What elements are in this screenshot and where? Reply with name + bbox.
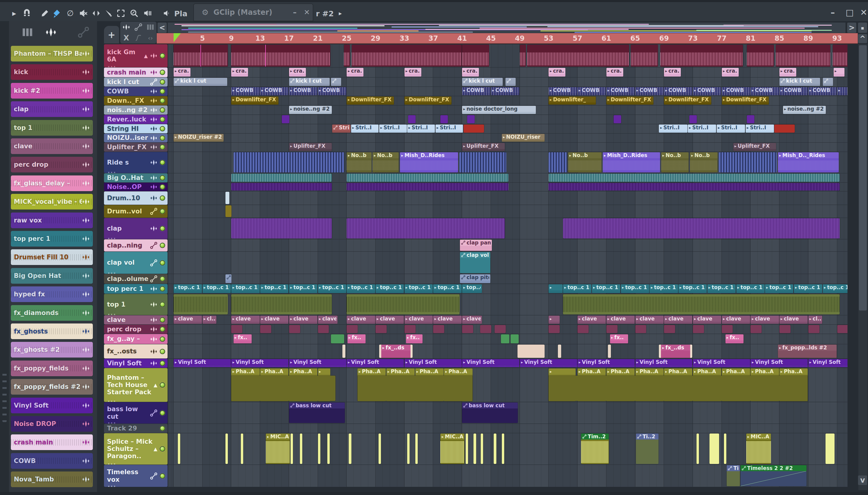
track-enable-led[interactable] <box>160 53 165 58</box>
track-enable-led[interactable] <box>160 160 165 165</box>
track-enable-led[interactable] <box>160 349 165 354</box>
picker-item[interactable]: Drumset Fill 10 <box>11 249 93 265</box>
playlist-clip[interactable]: clap pitch <box>460 274 490 283</box>
playlist-clip[interactable]: ▸fx.. <box>610 334 628 343</box>
track-header[interactable]: Drum..vol <box>104 205 168 218</box>
playlist-clip[interactable]: ▸Vinyl Soft <box>174 359 231 367</box>
gclip-window-titlebar[interactable]: ⚙ GClip (Master) – ✕ <box>194 4 313 21</box>
zoom-fit-button[interactable]: ▪ <box>858 22 867 33</box>
playlist-clip[interactable] <box>225 192 229 204</box>
zoom-tool-icon[interactable] <box>129 8 139 18</box>
track-header[interactable]: kick l cut <box>104 78 168 86</box>
playlist-clip[interactable]: ▸top..c 1 <box>318 284 346 293</box>
playlist-clip[interactable] <box>225 205 231 217</box>
playlist-clip[interactable]: Tim..2 <box>581 433 609 464</box>
track-enable-led[interactable] <box>160 126 165 132</box>
playlist-clip[interactable]: ▸Uplifter_FX <box>733 143 776 151</box>
track-header[interactable]: Uplifter_FX <box>104 142 168 152</box>
playlist-clip[interactable]: ▸cl.. <box>203 315 216 324</box>
track-header[interactable]: Splice – Mick Schultz – Paragon..▲... <box>104 433 168 464</box>
playlist-clip[interactable]: ▸clave <box>664 315 692 324</box>
playlist-clip[interactable] <box>231 325 242 333</box>
playlist-clip[interactable] <box>549 376 808 401</box>
picker-item[interactable]: perc drop <box>11 157 93 172</box>
picker-item[interactable]: hyped fx <box>11 286 93 302</box>
window-maximize-button[interactable]: □ <box>846 7 853 17</box>
track-enable-led[interactable] <box>160 195 165 201</box>
playlist-clip[interactable]: ▸Stri..I <box>746 124 774 133</box>
playlist-clip[interactable] <box>233 152 344 172</box>
playlist-clip[interactable]: ▸Downlifter_FX <box>404 97 451 105</box>
playlist-clip[interactable] <box>577 325 589 333</box>
playlist-clip[interactable] <box>808 325 819 333</box>
playlist-clip[interactable]: ▸COWB <box>577 87 606 95</box>
track-lane[interactable]: Ti..Timeless 2 2 #2 <box>168 465 848 487</box>
playlist-clip[interactable]: ▸COWB <box>693 87 721 95</box>
slip-tool-icon[interactable]: ∅ <box>65 8 75 18</box>
playlist-clip[interactable] <box>201 45 201 67</box>
playlist-clip[interactable]: ▸noise..ng #2 <box>783 106 826 114</box>
playlist-clip[interactable] <box>494 325 506 333</box>
playlist-clip[interactable] <box>440 115 448 123</box>
playlist-clip[interactable] <box>318 433 320 464</box>
track-lane[interactable]: bass low cutbass low cut <box>168 402 848 424</box>
playlist-clip[interactable]: ▸top..c 1 <box>794 284 822 293</box>
playlist-clip[interactable]: ▸ <box>549 315 560 324</box>
slide-tool-icon[interactable] <box>91 8 101 18</box>
playlist-clip[interactable]: ▸fx.. <box>347 334 366 343</box>
track-menu-dots[interactable]: ... <box>108 64 116 67</box>
playlist-clip[interactable] <box>833 45 848 67</box>
playlist-clip[interactable]: ▸Vinyl Soft <box>577 359 635 367</box>
playlist-clip[interactable]: ▸Mish_D..Rides <box>400 152 458 172</box>
track-lane[interactable]: ▸clave▸cl..▸clave▸clave▸clave▸clave▸clav… <box>168 315 848 324</box>
preview-speaker-icon[interactable] <box>161 8 172 18</box>
track-header[interactable]: clap... <box>104 218 168 239</box>
picker-item[interactable]: kick <box>11 64 93 80</box>
playlist-clip[interactable] <box>178 433 180 464</box>
playlist-clip[interactable] <box>344 45 350 67</box>
playlist-clip[interactable]: kick l cut <box>779 78 820 86</box>
playlist-clip[interactable]: ▸fx.. <box>233 334 252 343</box>
playlist-clip[interactable]: ▸Downlifter_FX <box>664 97 711 105</box>
playlist-clip[interactable] <box>823 78 833 86</box>
playlist-clip[interactable]: ▸COWB <box>260 87 289 95</box>
track-header[interactable]: Phantom – Tech House Starter Pack▲... <box>104 368 168 402</box>
playlist-clip[interactable]: ▸Downlifter_FX <box>722 97 769 105</box>
playlist-clip[interactable] <box>501 334 509 343</box>
playlist-clip[interactable] <box>347 294 459 314</box>
playlist-clip[interactable]: ▸Vinyl Soft <box>635 359 693 367</box>
playlist-clip[interactable]: ▸top..c 1 <box>563 284 591 293</box>
group-collapse-triangle[interactable]: ▲ <box>154 446 157 452</box>
playlist-clip[interactable]: ▸Stri..I <box>659 124 687 133</box>
playlist-clip[interactable]: ▸cra..ain <box>231 68 248 76</box>
playlist-clip[interactable] <box>549 174 839 182</box>
playlist-clip[interactable]: ▸clave <box>231 315 260 324</box>
playlist-clip[interactable] <box>379 433 381 464</box>
playlist-clip[interactable]: ▸noise doctor_long <box>462 106 536 114</box>
playlist-clip[interactable]: ▸COWB <box>808 87 837 95</box>
playlist-clip[interactable] <box>376 325 387 333</box>
playlist-clip[interactable]: ▸No..b <box>690 152 717 172</box>
picker-item[interactable]: kick #2 <box>11 83 93 99</box>
track-lane[interactable]: ▸Downlifter_FX▸Downlifter_FX▸Downlifter_… <box>168 96 848 105</box>
track-enable-led[interactable] <box>160 107 165 113</box>
playlist-clip[interactable] <box>608 345 611 358</box>
playlist-clip[interactable]: ▸Uplifter_FX <box>289 143 332 151</box>
playlist-clip[interactable]: ▸top..c 1 <box>174 284 202 293</box>
track-header[interactable]: top perc 1 <box>104 284 168 294</box>
playlist-clip[interactable]: ▸MIC..A <box>266 433 290 464</box>
playlist-clip[interactable] <box>747 45 774 67</box>
playlist-clip[interactable] <box>693 325 704 333</box>
playlist-clip[interactable] <box>837 325 848 333</box>
playlist-clip[interactable]: ▸No..b <box>568 152 602 172</box>
playlist-clip[interactable]: ▸COWB <box>664 87 692 95</box>
playlist-clip[interactable] <box>347 325 358 333</box>
window-close-button[interactable]: ✕ <box>860 7 867 17</box>
playlist-clip[interactable]: ▸Vinyl Soft <box>750 359 808 367</box>
menu-arrow-icon[interactable]: ▸ <box>9 8 19 18</box>
track-enable-led[interactable] <box>160 89 165 94</box>
playlist-clip[interactable]: ▸clave <box>433 315 462 324</box>
automation-source-icon[interactable] <box>134 23 143 32</box>
playlist-clip[interactable]: ▸top..c 1 <box>203 284 231 293</box>
track-lane[interactable]: kick l cutkick l cutkick l cutkick l cut <box>168 78 848 86</box>
